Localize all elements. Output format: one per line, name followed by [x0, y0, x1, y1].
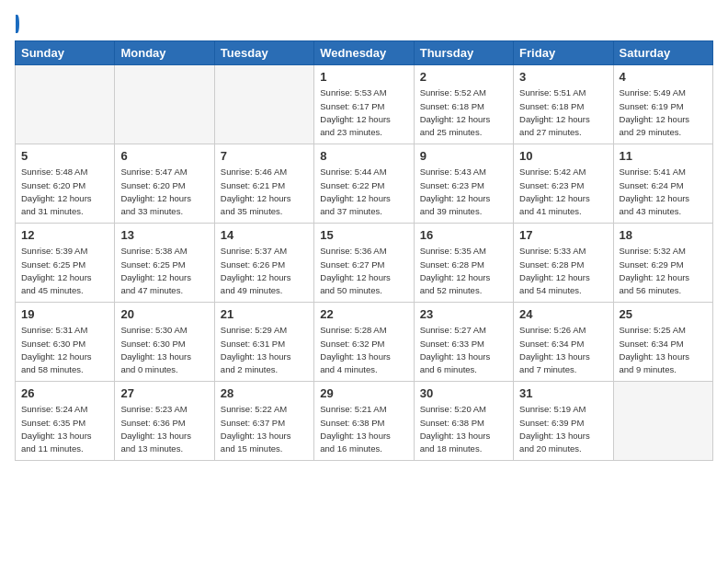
- day-info: Sunrise: 5:25 AM Sunset: 6:34 PM Dayligh…: [620, 324, 707, 376]
- day-number: 3: [519, 70, 607, 84]
- day-cell-27: 27Sunrise: 5:23 AM Sunset: 6:36 PM Dayli…: [115, 382, 214, 461]
- day-cell-23: 23Sunrise: 5:27 AM Sunset: 6:33 PM Dayli…: [414, 303, 513, 382]
- day-cell-4: 4Sunrise: 5:49 AM Sunset: 6:19 PM Daylig…: [613, 65, 712, 144]
- day-number: 21: [221, 307, 308, 321]
- weekday-header-saturday: Saturday: [613, 41, 712, 65]
- empty-cell: [16, 65, 115, 144]
- day-cell-10: 10Sunrise: 5:42 AM Sunset: 6:23 PM Dayli…: [514, 144, 613, 224]
- day-info: Sunrise: 5:41 AM Sunset: 6:24 PM Dayligh…: [620, 166, 707, 218]
- day-number: 15: [320, 228, 407, 242]
- day-info: Sunrise: 5:35 AM Sunset: 6:28 PM Dayligh…: [420, 245, 507, 297]
- day-info: Sunrise: 5:22 AM Sunset: 6:37 PM Dayligh…: [221, 403, 308, 455]
- day-number: 14: [221, 228, 308, 242]
- day-number: 13: [120, 228, 208, 242]
- logo: [15, 15, 20, 33]
- day-info: Sunrise: 5:51 AM Sunset: 6:18 PM Dayligh…: [519, 86, 607, 139]
- day-cell-5: 5Sunrise: 5:48 AM Sunset: 6:20 PM Daylig…: [16, 144, 115, 224]
- weekday-header-tuesday: Tuesday: [214, 41, 313, 65]
- day-number: 2: [420, 70, 507, 84]
- week-row-4: 19Sunrise: 5:31 AM Sunset: 6:30 PM Dayli…: [16, 303, 713, 382]
- day-info: Sunrise: 5:31 AM Sunset: 6:30 PM Dayligh…: [21, 324, 108, 376]
- calendar-table: SundayMondayTuesdayWednesdayThursdayFrid…: [15, 40, 713, 461]
- day-info: Sunrise: 5:19 AM Sunset: 6:39 PM Dayligh…: [519, 403, 607, 455]
- day-number: 31: [519, 386, 607, 400]
- day-number: 30: [420, 386, 507, 400]
- day-info: Sunrise: 5:44 AM Sunset: 6:22 PM Dayligh…: [320, 166, 407, 218]
- day-info: Sunrise: 5:30 AM Sunset: 6:30 PM Dayligh…: [120, 324, 208, 376]
- day-info: Sunrise: 5:32 AM Sunset: 6:29 PM Dayligh…: [620, 245, 707, 297]
- day-number: 9: [420, 149, 507, 163]
- day-cell-19: 19Sunrise: 5:31 AM Sunset: 6:30 PM Dayli…: [16, 303, 115, 382]
- day-cell-11: 11Sunrise: 5:41 AM Sunset: 6:24 PM Dayli…: [613, 144, 712, 224]
- day-number: 10: [519, 149, 607, 163]
- day-number: 19: [21, 307, 108, 321]
- day-cell-22: 22Sunrise: 5:28 AM Sunset: 6:32 PM Dayli…: [314, 303, 414, 382]
- day-number: 25: [620, 307, 707, 321]
- day-cell-30: 30Sunrise: 5:20 AM Sunset: 6:38 PM Dayli…: [414, 382, 513, 461]
- day-cell-21: 21Sunrise: 5:29 AM Sunset: 6:31 PM Dayli…: [214, 303, 313, 382]
- day-cell-26: 26Sunrise: 5:24 AM Sunset: 6:35 PM Dayli…: [16, 382, 115, 461]
- day-cell-17: 17Sunrise: 5:33 AM Sunset: 6:28 PM Dayli…: [514, 224, 613, 303]
- day-info: Sunrise: 5:49 AM Sunset: 6:19 PM Dayligh…: [620, 86, 707, 139]
- day-number: 29: [320, 386, 407, 400]
- day-info: Sunrise: 5:47 AM Sunset: 6:20 PM Dayligh…: [120, 166, 208, 218]
- day-cell-31: 31Sunrise: 5:19 AM Sunset: 6:39 PM Dayli…: [514, 382, 613, 461]
- day-cell-24: 24Sunrise: 5:26 AM Sunset: 6:34 PM Dayli…: [514, 303, 613, 382]
- day-number: 18: [620, 228, 707, 242]
- day-number: 11: [620, 149, 707, 163]
- day-cell-13: 13Sunrise: 5:38 AM Sunset: 6:25 PM Dayli…: [115, 224, 214, 303]
- weekday-header-friday: Friday: [514, 41, 613, 65]
- page-header: [15, 15, 713, 33]
- day-number: 12: [21, 228, 108, 242]
- day-info: Sunrise: 5:39 AM Sunset: 6:25 PM Dayligh…: [21, 245, 108, 297]
- day-cell-7: 7Sunrise: 5:46 AM Sunset: 6:21 PM Daylig…: [214, 144, 313, 224]
- day-number: 6: [120, 149, 208, 163]
- day-number: 8: [320, 149, 407, 163]
- weekday-header-monday: Monday: [115, 41, 214, 65]
- day-cell-28: 28Sunrise: 5:22 AM Sunset: 6:37 PM Dayli…: [214, 382, 313, 461]
- day-info: Sunrise: 5:23 AM Sunset: 6:36 PM Dayligh…: [120, 403, 208, 455]
- day-number: 26: [21, 386, 108, 400]
- day-info: Sunrise: 5:42 AM Sunset: 6:23 PM Dayligh…: [519, 166, 607, 218]
- day-info: Sunrise: 5:36 AM Sunset: 6:27 PM Dayligh…: [320, 245, 407, 297]
- day-info: Sunrise: 5:20 AM Sunset: 6:38 PM Dayligh…: [420, 403, 507, 455]
- day-number: 20: [120, 307, 208, 321]
- day-info: Sunrise: 5:24 AM Sunset: 6:35 PM Dayligh…: [21, 403, 108, 455]
- day-number: 16: [420, 228, 507, 242]
- day-cell-15: 15Sunrise: 5:36 AM Sunset: 6:27 PM Dayli…: [314, 224, 414, 303]
- day-info: Sunrise: 5:29 AM Sunset: 6:31 PM Dayligh…: [221, 324, 308, 376]
- day-info: Sunrise: 5:33 AM Sunset: 6:28 PM Dayligh…: [519, 245, 607, 297]
- day-cell-29: 29Sunrise: 5:21 AM Sunset: 6:38 PM Dayli…: [314, 382, 414, 461]
- day-number: 24: [519, 307, 607, 321]
- day-cell-2: 2Sunrise: 5:52 AM Sunset: 6:18 PM Daylig…: [414, 65, 513, 144]
- day-info: Sunrise: 5:26 AM Sunset: 6:34 PM Dayligh…: [519, 324, 607, 376]
- day-cell-9: 9Sunrise: 5:43 AM Sunset: 6:23 PM Daylig…: [414, 144, 513, 224]
- weekday-header-thursday: Thursday: [414, 41, 513, 65]
- day-info: Sunrise: 5:21 AM Sunset: 6:38 PM Dayligh…: [320, 403, 407, 455]
- day-info: Sunrise: 5:48 AM Sunset: 6:20 PM Dayligh…: [21, 166, 108, 218]
- week-row-3: 12Sunrise: 5:39 AM Sunset: 6:25 PM Dayli…: [16, 224, 713, 303]
- day-cell-20: 20Sunrise: 5:30 AM Sunset: 6:30 PM Dayli…: [115, 303, 214, 382]
- week-row-1: 1Sunrise: 5:53 AM Sunset: 6:17 PM Daylig…: [16, 65, 713, 144]
- day-cell-12: 12Sunrise: 5:39 AM Sunset: 6:25 PM Dayli…: [16, 224, 115, 303]
- day-info: Sunrise: 5:52 AM Sunset: 6:18 PM Dayligh…: [420, 86, 507, 139]
- day-info: Sunrise: 5:28 AM Sunset: 6:32 PM Dayligh…: [320, 324, 407, 376]
- day-number: 23: [420, 307, 507, 321]
- day-cell-16: 16Sunrise: 5:35 AM Sunset: 6:28 PM Dayli…: [414, 224, 513, 303]
- day-number: 28: [221, 386, 308, 400]
- day-number: 7: [221, 149, 308, 163]
- empty-cell: [115, 65, 214, 144]
- empty-cell: [613, 382, 712, 461]
- day-cell-1: 1Sunrise: 5:53 AM Sunset: 6:17 PM Daylig…: [314, 65, 414, 144]
- day-number: 5: [21, 149, 108, 163]
- day-info: Sunrise: 5:38 AM Sunset: 6:25 PM Dayligh…: [120, 245, 208, 297]
- week-row-2: 5Sunrise: 5:48 AM Sunset: 6:20 PM Daylig…: [16, 144, 713, 224]
- weekday-header-wednesday: Wednesday: [314, 41, 414, 65]
- day-number: 4: [620, 70, 707, 84]
- day-info: Sunrise: 5:46 AM Sunset: 6:21 PM Dayligh…: [221, 166, 308, 218]
- day-number: 27: [120, 386, 208, 400]
- weekday-header-sunday: Sunday: [16, 41, 115, 65]
- day-number: 22: [320, 307, 407, 321]
- week-row-5: 26Sunrise: 5:24 AM Sunset: 6:35 PM Dayli…: [16, 382, 713, 461]
- weekday-header-row: SundayMondayTuesdayWednesdayThursdayFrid…: [16, 41, 713, 65]
